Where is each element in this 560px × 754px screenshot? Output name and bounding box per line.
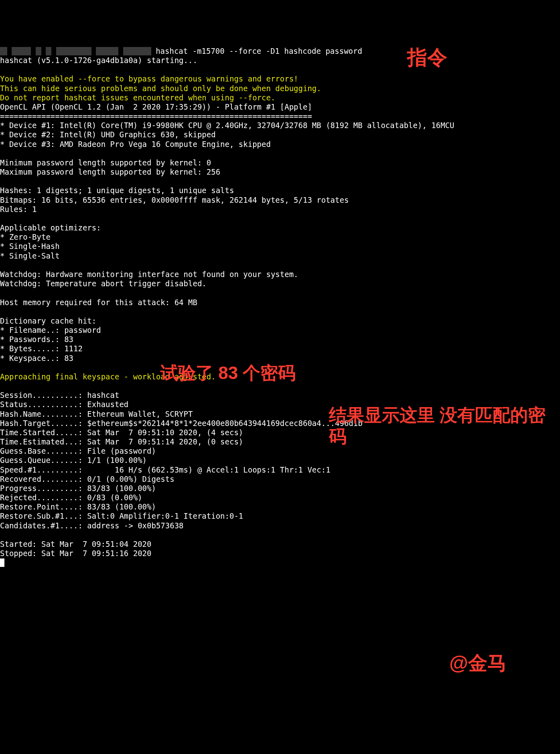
guess-queue: Guess.Queue......: 1/1 (100.00%) bbox=[0, 456, 147, 465]
hashes-line: Hashes: 1 digests; 1 unique digests, 1 u… bbox=[0, 186, 234, 195]
hash-name: Hash.Name........: Ethereum Wallet, SCRY… bbox=[0, 410, 193, 418]
restore-sub: Restore.Sub.#1...: Salt:0 Amplifier:0-1 … bbox=[0, 511, 243, 520]
candidates: Candidates.#1....: address -> 0x0b573638 bbox=[0, 521, 184, 530]
terminal[interactable]: hashcat -m15700 --force -D1 hashcode pas… bbox=[0, 47, 560, 568]
guess-base: Guess.Base.......: File (password) bbox=[0, 446, 156, 455]
cursor bbox=[0, 558, 4, 567]
warning-line-3: Do not report hashcat issues encountered… bbox=[0, 93, 275, 102]
cache-bytes: * Bytes.....: 1112 bbox=[0, 344, 83, 353]
speed: Speed.#1.........: 16 H/s (662.53ms) @ A… bbox=[0, 465, 331, 474]
hr: ========================================… bbox=[0, 112, 312, 120]
bitmaps-line: Bitmaps: 16 bits, 65536 entries, 0x0000f… bbox=[0, 196, 349, 204]
recovered: Recovered........: 0/1 (0.00%) Digests bbox=[0, 475, 174, 483]
max-length: Maximum password length supported by ker… bbox=[0, 167, 220, 176]
warning-line-1: You have enabled --force to bypass dange… bbox=[0, 74, 298, 83]
progress: Progress.........: 83/83 (100.00%) bbox=[0, 484, 156, 493]
cache-filename: * Filename..: password bbox=[0, 326, 101, 334]
optimizer-3: * Single-Salt bbox=[0, 251, 60, 260]
rules-line: Rules: 1 bbox=[0, 205, 37, 214]
started-line: Started: Sat Mar 7 09:51:04 2020 bbox=[0, 540, 152, 548]
cache-keyspace: * Keyspace..: 83 bbox=[0, 354, 73, 363]
optimizer-1: * Zero-Byte bbox=[0, 232, 51, 241]
warning-line-2: This can hide serious problems and shoul… bbox=[0, 84, 321, 93]
optimizer-2: * Single-Hash bbox=[0, 242, 60, 251]
annotation-signature: @金马 bbox=[449, 652, 507, 675]
stopped-line: Stopped: Sat Mar 7 09:51:16 2020 bbox=[0, 549, 152, 558]
device-3: * Device #3: AMD Radeon Pro Vega 16 Comp… bbox=[0, 140, 271, 149]
approaching: Approaching final keyspace - workload ad… bbox=[0, 372, 216, 381]
host-mem: Host memory required for this attack: 64… bbox=[0, 298, 197, 307]
watchdog-2: Watchdog: Temperature abort trigger disa… bbox=[0, 279, 207, 288]
cache-passwords: * Passwords.: 83 bbox=[0, 335, 73, 344]
time-started: Time.Started.....: Sat Mar 7 09:51:10 20… bbox=[0, 428, 243, 437]
dict-cache-header: Dictionary cache hit: bbox=[0, 316, 96, 325]
starting-line: hashcat (v5.1.0-1726-ga4db1a0a) starting… bbox=[0, 56, 197, 65]
status: Status...........: Exhausted bbox=[0, 400, 128, 409]
opencl-header: OpenCL API (OpenCL 1.2 (Jan 2 2020 17:35… bbox=[0, 102, 312, 111]
time-estimated: Time.Estimated...: Sat Mar 7 09:51:14 20… bbox=[0, 437, 243, 446]
session: Session..........: hashcat bbox=[0, 391, 119, 399]
device-1: * Device #1: Intel(R) Core(TM) i9-9980HK… bbox=[0, 121, 454, 130]
rejected: Rejected.........: 0/83 (0.00%) bbox=[0, 493, 142, 502]
min-length: Minimum password length supported by ker… bbox=[0, 158, 211, 167]
optimizers-header: Applicable optimizers: bbox=[0, 223, 101, 232]
prompt-redactions bbox=[0, 47, 151, 55]
device-2: * Device #2: Intel(R) UHD Graphics 630, … bbox=[0, 130, 216, 139]
restore-point: Restore.Point....: 83/83 (100.00%) bbox=[0, 502, 156, 511]
watchdog-1: Watchdog: Hardware monitoring interface … bbox=[0, 270, 298, 279]
command-line: hashcat -m15700 --force -D1 hashcode pas… bbox=[151, 47, 362, 55]
